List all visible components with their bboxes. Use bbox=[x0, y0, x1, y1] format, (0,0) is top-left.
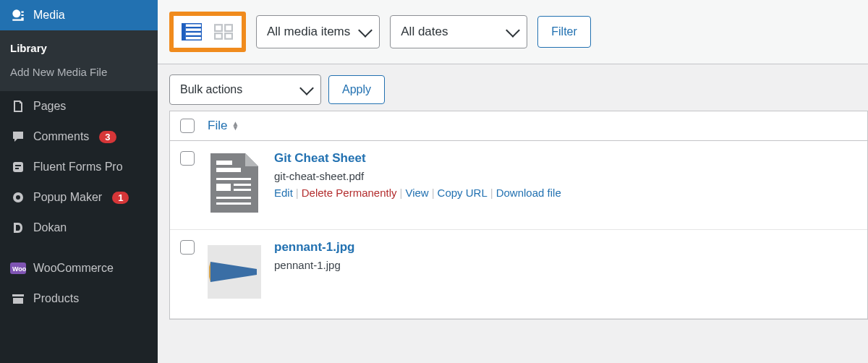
popup-maker-icon bbox=[10, 189, 26, 205]
table-header: File ▲▼ bbox=[170, 111, 867, 141]
main-content: All media items All dates Filter Bulk ac… bbox=[158, 0, 868, 363]
svg-rect-1 bbox=[15, 165, 21, 166]
row-checkbox[interactable] bbox=[180, 240, 195, 255]
sidebar-label: Products bbox=[33, 292, 79, 305]
table-row: pennant-1.jpg pennant-1.jpg bbox=[170, 230, 867, 319]
sidebar-label: Comments bbox=[33, 130, 89, 143]
svg-rect-8 bbox=[182, 23, 186, 40]
bulk-actions-select[interactable]: Bulk actions bbox=[169, 74, 321, 105]
svg-rect-24 bbox=[216, 197, 251, 199]
sidebar-label: Fluent Forms Pro bbox=[33, 161, 123, 174]
sidebar-label: Media bbox=[33, 9, 65, 22]
sidebar-separator bbox=[0, 243, 158, 253]
file-title-link[interactable]: Git Cheat Sheet bbox=[274, 151, 561, 166]
svg-rect-0 bbox=[13, 162, 23, 172]
filter-toolbar: All media items All dates Filter bbox=[158, 0, 868, 64]
delete-link[interactable]: Delete Permanently bbox=[302, 187, 397, 199]
sort-icon: ▲▼ bbox=[231, 121, 239, 130]
sidebar-label: Popup Maker bbox=[33, 191, 102, 204]
popup-badge: 1 bbox=[112, 192, 129, 204]
sidebar-item-fluent-forms[interactable]: Fluent Forms Pro bbox=[0, 152, 158, 182]
svg-marker-17 bbox=[245, 153, 258, 166]
bulk-actions-row: Bulk actions Apply bbox=[158, 64, 868, 111]
download-link[interactable]: Download file bbox=[496, 187, 561, 199]
sidebar-item-media[interactable]: Media bbox=[0, 0, 158, 30]
svg-marker-27 bbox=[209, 262, 210, 282]
pages-icon bbox=[10, 98, 26, 114]
select-all-checkbox[interactable] bbox=[180, 119, 195, 133]
file-name: git-cheat-sheet.pdf bbox=[274, 170, 561, 182]
filter-button[interactable]: Filter bbox=[537, 16, 591, 48]
grid-view-button[interactable] bbox=[211, 22, 236, 42]
file-thumbnail bbox=[208, 240, 261, 304]
svg-rect-14 bbox=[215, 33, 222, 39]
svg-rect-21 bbox=[216, 184, 231, 191]
woocommerce-icon: Woo bbox=[10, 260, 26, 276]
table-row: Git Cheat Sheet git-cheat-sheet.pdf Edit… bbox=[170, 141, 867, 230]
sidebar-item-popup-maker[interactable]: Popup Maker 1 bbox=[0, 182, 158, 213]
fluent-forms-icon bbox=[10, 159, 26, 175]
svg-point-4 bbox=[16, 195, 20, 200]
sidebar-label: Pages bbox=[33, 100, 66, 113]
svg-rect-20 bbox=[216, 178, 251, 180]
row-checkbox[interactable] bbox=[180, 151, 195, 166]
view-switch-highlight bbox=[169, 12, 246, 52]
svg-text:Woo: Woo bbox=[12, 265, 26, 273]
date-filter[interactable]: All dates bbox=[390, 15, 527, 48]
column-file[interactable]: File ▲▼ bbox=[208, 119, 239, 133]
sidebar-item-dokan[interactable]: Dokan bbox=[0, 213, 158, 243]
file-info: pennant-1.jpg pennant-1.jpg bbox=[274, 240, 354, 271]
media-submenu: Library Add New Media File bbox=[0, 30, 158, 91]
file-title-link[interactable]: pennant-1.jpg bbox=[274, 240, 354, 255]
comments-icon bbox=[10, 129, 26, 145]
image-thumbnail bbox=[208, 245, 261, 299]
copy-url-link[interactable]: Copy URL bbox=[438, 187, 488, 199]
edit-link[interactable]: Edit bbox=[274, 187, 293, 199]
document-icon bbox=[209, 152, 260, 214]
svg-rect-18 bbox=[216, 161, 232, 165]
media-type-filter[interactable]: All media items bbox=[256, 15, 380, 48]
svg-rect-25 bbox=[216, 202, 251, 205]
svg-rect-19 bbox=[216, 168, 241, 172]
svg-rect-22 bbox=[234, 184, 251, 186]
comments-badge: 3 bbox=[99, 131, 116, 143]
file-name: pennant-1.jpg bbox=[274, 259, 354, 271]
media-table: File ▲▼ bbox=[169, 111, 868, 320]
view-link[interactable]: View bbox=[405, 187, 428, 199]
svg-rect-12 bbox=[215, 25, 222, 31]
submenu-add-new[interactable]: Add New Media File bbox=[0, 60, 158, 84]
admin-sidebar: Media Library Add New Media File Pages C… bbox=[0, 0, 158, 363]
apply-button[interactable]: Apply bbox=[328, 75, 385, 104]
submenu-library[interactable]: Library bbox=[0, 36, 158, 60]
media-icon bbox=[10, 7, 26, 23]
sidebar-item-woocommerce[interactable]: Woo WooCommerce bbox=[0, 253, 158, 283]
svg-rect-15 bbox=[225, 33, 232, 39]
dokan-icon bbox=[10, 220, 26, 236]
sidebar-item-pages[interactable]: Pages bbox=[0, 91, 158, 121]
file-thumbnail bbox=[208, 151, 261, 215]
sidebar-item-products[interactable]: Products bbox=[0, 283, 158, 314]
sidebar-item-comments[interactable]: Comments 3 bbox=[0, 121, 158, 152]
svg-marker-26 bbox=[210, 262, 257, 282]
products-icon bbox=[10, 291, 26, 307]
svg-rect-2 bbox=[15, 168, 19, 169]
svg-rect-13 bbox=[225, 25, 232, 31]
sidebar-label: WooCommerce bbox=[33, 262, 114, 275]
list-view-button[interactable] bbox=[179, 22, 204, 42]
file-info: Git Cheat Sheet git-cheat-sheet.pdf Edit… bbox=[274, 151, 561, 199]
row-actions: Edit|Delete Permanently|View|Copy URL|Do… bbox=[274, 187, 561, 199]
svg-rect-23 bbox=[234, 189, 251, 191]
sidebar-label: Dokan bbox=[33, 221, 67, 234]
